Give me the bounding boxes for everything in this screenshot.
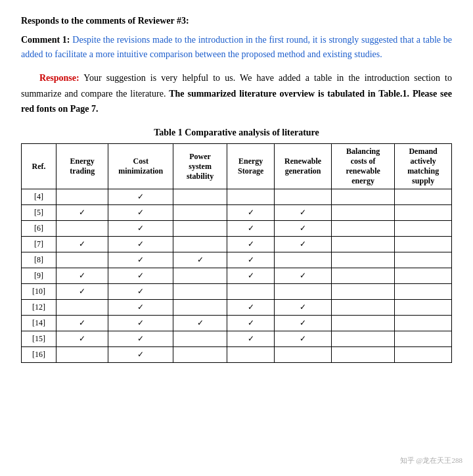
cell-demand (395, 189, 452, 205)
cell-demand (395, 268, 452, 284)
table-row: [4]✓ (22, 189, 452, 205)
table-row: [5]✓✓✓✓ (22, 205, 452, 221)
cell-cost: ✓ (108, 300, 173, 316)
cell-energy (56, 300, 108, 316)
cell-ref: [14] (22, 316, 56, 331)
cell-power (173, 347, 227, 363)
cell-energy (56, 189, 108, 205)
cell-balancing (331, 331, 394, 347)
table-row: [12]✓✓✓ (22, 300, 452, 316)
cell-energy: ✓ (56, 316, 108, 331)
col-cost: Costminimization (108, 144, 173, 189)
cell-balancing (331, 268, 394, 284)
cell-ref: [9] (22, 268, 56, 284)
cell-cost: ✓ (108, 284, 173, 300)
cell-storage (227, 347, 275, 363)
cell-ref: [7] (22, 237, 56, 252)
cell-renewable (275, 284, 332, 300)
cell-renewable: ✓ (275, 268, 332, 284)
cell-demand (395, 221, 452, 237)
cell-power (173, 331, 227, 347)
cell-renewable: ✓ (275, 221, 332, 237)
cell-balancing (331, 284, 394, 300)
col-power: Powersystemstability (173, 144, 227, 189)
table-row: [15]✓✓✓✓ (22, 331, 452, 347)
comment1-block: Comment 1: Despite the revisions made to… (21, 33, 452, 62)
cell-storage (227, 189, 275, 205)
cell-storage: ✓ (227, 300, 275, 316)
cell-demand (395, 300, 452, 316)
cell-energy (56, 221, 108, 237)
table-row: [10]✓✓ (22, 284, 452, 300)
response-block: Response: Your suggestion is very helpfu… (21, 70, 452, 117)
cell-energy: ✓ (56, 237, 108, 252)
comment1-label: Comment 1: (21, 35, 70, 45)
cell-ref: [12] (22, 300, 56, 316)
table-row: [14]✓✓✓✓✓ (22, 316, 452, 331)
cell-balancing (331, 237, 394, 252)
cell-balancing (331, 205, 394, 221)
cell-balancing (331, 252, 394, 268)
cell-storage: ✓ (227, 316, 275, 331)
cell-renewable (275, 189, 332, 205)
cell-balancing (331, 316, 394, 331)
cell-power (173, 205, 227, 221)
cell-renewable: ✓ (275, 316, 332, 331)
table-row: [8]✓✓✓ (22, 252, 452, 268)
cell-ref: [4] (22, 189, 56, 205)
cell-demand (395, 347, 452, 363)
cell-cost: ✓ (108, 268, 173, 284)
cell-power (173, 268, 227, 284)
cell-cost: ✓ (108, 237, 173, 252)
cell-demand (395, 284, 452, 300)
cell-ref: [16] (22, 347, 56, 363)
cell-storage: ✓ (227, 237, 275, 252)
cell-power (173, 284, 227, 300)
cell-ref: [5] (22, 205, 56, 221)
cell-power: ✓ (173, 252, 227, 268)
cell-storage: ✓ (227, 252, 275, 268)
comparison-table: Ref. Energytrading Costminimization Powe… (21, 143, 452, 363)
cell-ref: [10] (22, 284, 56, 300)
cell-demand (395, 316, 452, 331)
cell-balancing (331, 347, 394, 363)
table-row: [7]✓✓✓✓ (22, 237, 452, 252)
response-label: Response: (39, 73, 79, 83)
cell-power (173, 189, 227, 205)
cell-storage: ✓ (227, 331, 275, 347)
cell-storage: ✓ (227, 205, 275, 221)
cell-cost: ✓ (108, 252, 173, 268)
col-energy: Energytrading (56, 144, 108, 189)
cell-cost: ✓ (108, 316, 173, 331)
col-renewable: Renewablegeneration (275, 144, 332, 189)
cell-energy (56, 347, 108, 363)
cell-ref: [8] (22, 252, 56, 268)
cell-cost: ✓ (108, 221, 173, 237)
cell-ref: [15] (22, 331, 56, 347)
cell-power (173, 300, 227, 316)
col-demand: Demandactivelymatchingsupply (395, 144, 452, 189)
cell-power (173, 237, 227, 252)
cell-energy: ✓ (56, 268, 108, 284)
table-row: [6]✓✓✓ (22, 221, 452, 237)
cell-cost: ✓ (108, 331, 173, 347)
cell-storage: ✓ (227, 268, 275, 284)
cell-energy: ✓ (56, 205, 108, 221)
cell-balancing (331, 189, 394, 205)
col-storage: EnergyStorage (227, 144, 275, 189)
cell-demand (395, 237, 452, 252)
cell-renewable (275, 347, 332, 363)
cell-renewable: ✓ (275, 237, 332, 252)
cell-renewable: ✓ (275, 300, 332, 316)
cell-storage: ✓ (227, 221, 275, 237)
cell-balancing (331, 221, 394, 237)
cell-demand (395, 252, 452, 268)
cell-demand (395, 331, 452, 347)
cell-renewable: ✓ (275, 331, 332, 347)
cell-ref: [6] (22, 221, 56, 237)
reviewer-header: Responds to the comments of Reviewer #3: (21, 16, 452, 26)
cell-energy: ✓ (56, 331, 108, 347)
cell-renewable: ✓ (275, 205, 332, 221)
comment1-body: Despite the revisions made to the introd… (21, 35, 452, 59)
cell-cost: ✓ (108, 347, 173, 363)
